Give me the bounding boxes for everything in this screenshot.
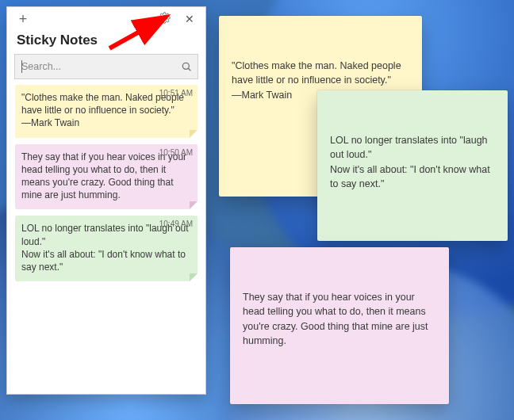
- note-timestamp: 10:49 AM: [159, 219, 193, 230]
- note-text: They say that if you hear voices in your…: [21, 151, 191, 202]
- notes-list-window[interactable]: + ✕ Sticky Notes 10:51 AM "Clothes make …: [6, 6, 206, 395]
- close-button[interactable]: ✕: [177, 8, 202, 30]
- note-timestamp: 10:50 AM: [159, 147, 193, 158]
- titlebar: + ✕: [7, 7, 205, 31]
- note-timestamp: 10:51 AM: [159, 88, 193, 99]
- svg-point-1: [182, 63, 189, 69]
- notes-list[interactable]: 10:51 AM "Clothes make the man. Naked pe…: [7, 85, 205, 394]
- svg-point-0: [163, 17, 166, 20]
- svg-line-2: [188, 68, 190, 71]
- sticky-note-text: They say that if you hear voices in your…: [243, 290, 436, 348]
- search-icon: [180, 60, 193, 73]
- note-list-item[interactable]: 10:50 AM They say that if you hear voice…: [15, 144, 198, 210]
- note-text: LOL no longer translates into "laugh out…: [21, 222, 191, 273]
- sticky-note[interactable]: LOL no longer translates into "laugh out…: [317, 90, 508, 241]
- text-cursor: [21, 60, 22, 73]
- search-container: [15, 55, 198, 78]
- close-icon: ✕: [185, 13, 194, 25]
- plus-icon: +: [19, 11, 28, 28]
- new-note-button[interactable]: +: [10, 8, 36, 30]
- app-title: Sticky Notes: [7, 31, 205, 55]
- note-list-item[interactable]: 10:51 AM "Clothes make the man. Naked pe…: [15, 85, 198, 138]
- sticky-note-text: LOL no longer translates into "laugh out…: [330, 133, 495, 191]
- gear-icon: [159, 12, 171, 26]
- search-input[interactable]: [15, 55, 198, 78]
- settings-button[interactable]: [152, 8, 177, 30]
- sticky-note[interactable]: They say that if you hear voices in your…: [230, 247, 449, 404]
- note-list-item[interactable]: 10:49 AM LOL no longer translates into "…: [15, 216, 198, 281]
